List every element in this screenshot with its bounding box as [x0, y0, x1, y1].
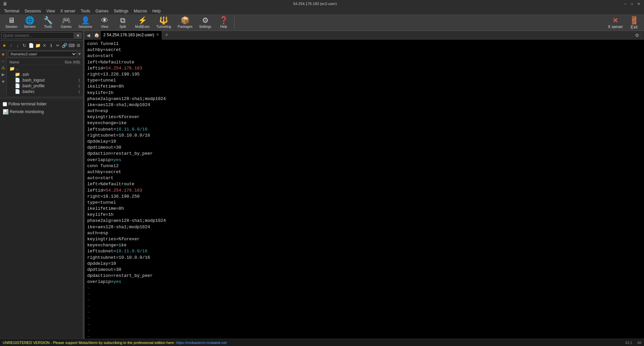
tab-close-button[interactable]: ✕	[156, 33, 159, 37]
xserver-button[interactable]: ✕ X server	[605, 16, 626, 30]
tree-item[interactable]: 📄.bash_profile1	[8, 83, 82, 89]
refresh-icon[interactable]: ↻	[21, 42, 28, 49]
star-icon[interactable]: ★	[1, 42, 7, 49]
menu-item-tools[interactable]: Tools	[78, 8, 93, 14]
menu-item-sessions[interactable]: Sessions	[22, 8, 44, 14]
left-icon-3[interactable]: ◈	[1, 79, 6, 84]
left-panel: ▼ ★ ↑ ↓ ↻ 📄 📁 ✕ ℹ ✏ 🔗 ⌨ ⚙ ★ ↔	[0, 31, 83, 339]
file-icon: 📄	[15, 83, 20, 88]
maximize-button[interactable]: □	[629, 1, 635, 6]
terminal-line: ~	[87, 309, 641, 315]
settings-icon[interactable]: ⚙	[76, 42, 82, 49]
window-controls: ─ □ ✕	[623, 1, 641, 6]
toolbar-icon-sessions: 👤	[81, 17, 90, 24]
menu-item-games[interactable]: Games	[93, 8, 111, 14]
quick-connect-button[interactable]: ▼	[75, 33, 82, 39]
toolbar-icon-split: ⧉	[120, 17, 126, 24]
terminal-line: leftsubnet=10.11.0.0/16	[87, 248, 641, 254]
menu-item-x server[interactable]: X server	[58, 8, 78, 14]
toolbar-item-multiexec[interactable]: ⚡MultiExec	[133, 16, 152, 29]
delete-icon[interactable]: ✕	[42, 42, 48, 49]
tree-item[interactable]: 📁..	[8, 66, 82, 71]
terminal-line: conn Tunnel1	[87, 41, 641, 47]
terminal-line: keylife=1h	[87, 212, 641, 218]
remote-monitoring-label: Remote monitoring	[10, 109, 44, 114]
toolbar-item-help[interactable]: ❓Help	[215, 16, 232, 29]
menu-item-macros[interactable]: Macros	[131, 8, 150, 14]
cursor-position: 43,1	[625, 341, 632, 345]
toolbar-icon-view: 👁	[101, 17, 108, 24]
tab-bar: ◀ 🏠 2 54.254.176.183 (ec2-user)✕+ ⚙	[85, 31, 644, 40]
path-select[interactable]: /home/ec2-user/	[8, 51, 77, 57]
tree-item-size: 1	[70, 78, 80, 82]
tree-item[interactable]: 📄.bash_logout1	[8, 77, 82, 83]
quick-connect-input[interactable]	[1, 32, 74, 39]
menu-item-terminal[interactable]: Terminal	[1, 8, 22, 14]
toolbar-item-packages[interactable]: 📦Packages	[175, 16, 195, 29]
tree-item[interactable]: 📁.ssh	[8, 71, 82, 77]
terminal-line: auth=esp	[87, 108, 641, 114]
titlebar: 🖥 54.254.176.183 (ec2-user) ─ □ ✕	[0, 0, 644, 7]
terminal-line: keyexchange=ike	[87, 120, 641, 126]
menu-item-help[interactable]: Help	[150, 8, 163, 14]
close-button[interactable]: ✕	[636, 1, 641, 6]
file-icon[interactable]: 📄	[28, 42, 34, 49]
terminal-tab[interactable]: 2 54.254.176.183 (ec2-user)✕	[101, 31, 162, 40]
left-icon-2[interactable]: ↔	[1, 58, 6, 64]
exit-label: Exit	[631, 25, 637, 30]
terminal-line: keyingtries=%forever	[87, 114, 641, 120]
exit-button[interactable]: 🚪 Exit	[627, 15, 641, 30]
terminal-line: leftid=54.254.176.183	[87, 188, 641, 194]
download-icon[interactable]: ↓	[15, 42, 21, 49]
minimize-button[interactable]: ─	[623, 1, 628, 6]
terminal-line: authby=secret	[87, 169, 641, 175]
terminal-line: authby=secret	[87, 47, 641, 53]
mobatek-link[interactable]: https://mobaxterm.mobatek.net	[176, 341, 227, 345]
right-panel: ◀ 🏠 2 54.254.176.183 (ec2-user)✕+ ⚙ conn…	[85, 31, 644, 339]
terminal-line: type=tunnel	[87, 200, 641, 206]
properties-icon[interactable]: ℹ	[48, 42, 54, 49]
quick-connect-bar: ▼	[0, 31, 83, 41]
toolbar-item-servers[interactable]: 🌐Servers	[21, 16, 38, 29]
folder-icon[interactable]: 📁	[35, 42, 41, 49]
window-title: 54.254.176.183 (ec2-user)	[7, 2, 623, 6]
toolbar-item-view[interactable]: 👁View	[96, 16, 113, 29]
tab-add-button[interactable]: +	[162, 32, 171, 39]
remote-monitoring[interactable]: 📊 Remote monitoring	[1, 108, 82, 116]
terminal-line: dpdtimeout=30	[87, 267, 641, 273]
toolbar-icon-multiexec: ⚡	[138, 17, 147, 24]
file-tree: Name Size (KB) 📁..📁.ssh📄.bash_logout1📄.b…	[7, 58, 83, 96]
status-bar: UNREGISTERED VERSION - Please support Mo…	[0, 339, 644, 346]
bookmark-icon[interactable]: ★	[1, 52, 6, 57]
terminal-line: right=13.228.190.195	[87, 71, 641, 78]
menu-item-settings[interactable]: Settings	[111, 8, 131, 14]
link-icon[interactable]: 🔗	[61, 42, 67, 49]
toolbar-separator	[234, 17, 235, 29]
side-icons: ★ ↑ ↓ ↻ 📄 📁 ✕ ℹ ✏ 🔗 ⌨ ⚙	[0, 41, 83, 50]
toolbar-item-games[interactable]: 🎮Games	[58, 16, 75, 29]
toolbar-item-tunneling[interactable]: 🔱Tunneling	[154, 16, 174, 29]
toolbar-item-tools[interactable]: 🔧Tools	[40, 16, 56, 29]
terminal-icon[interactable]: ⌨	[68, 42, 75, 49]
menu-item-view[interactable]: View	[44, 8, 58, 14]
toolbar-item-split[interactable]: ⧉Split	[114, 16, 131, 29]
tab-settings-icon[interactable]: ⚙	[633, 31, 641, 40]
path-arrow[interactable]: ▼	[78, 52, 82, 56]
toolbar-item-sessions[interactable]: 👤Sessions	[76, 16, 95, 29]
tab-nav-back[interactable]: ◀	[85, 31, 93, 40]
toolbar-item-settings[interactable]: ⚙Settings	[196, 16, 214, 29]
terminal-content[interactable]: conn Tunnel1 authby=secret auto=start le…	[85, 40, 644, 339]
edit-icon[interactable]: ✏	[55, 42, 61, 49]
file-browser-pane: /home/ec2-user/ ▼ Name Size (KB) 📁..📁.ss…	[7, 50, 83, 96]
follow-terminal[interactable]: Follow terminal folder	[1, 100, 82, 108]
toolbar-icon-tunneling: 🔱	[159, 17, 168, 24]
tab-home[interactable]: 🏠	[93, 31, 101, 40]
left-icon-warning[interactable]: ⚠	[1, 65, 6, 70]
file-tree-container: Name Size (KB) 📁..📁.ssh📄.bash_logout1📄.b…	[7, 58, 83, 96]
left-icon-terminal[interactable]: ▶	[1, 72, 6, 77]
tree-item[interactable]: 📄.bashrc1	[8, 89, 82, 94]
toolbar-item-session[interactable]: 🖥Session	[3, 16, 20, 29]
upload-icon[interactable]: ↑	[8, 42, 14, 49]
follow-terminal-checkbox[interactable]	[3, 102, 7, 106]
exit-icon: 🚪	[630, 16, 639, 25]
